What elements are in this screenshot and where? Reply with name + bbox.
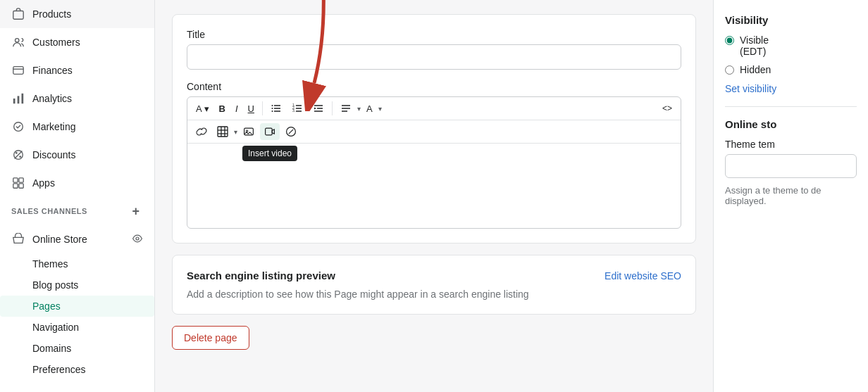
panel-divider bbox=[725, 106, 857, 107]
visible-label: Visible bbox=[740, 34, 769, 46]
seo-card: Search engine listing preview Edit websi… bbox=[172, 255, 696, 315]
svg-rect-0 bbox=[13, 11, 23, 20]
svg-rect-3 bbox=[13, 99, 16, 103]
font-btn[interactable]: A ▾ bbox=[192, 101, 213, 117]
source-btn[interactable]: <> bbox=[658, 101, 676, 116]
italic-btn[interactable]: I bbox=[231, 101, 242, 117]
sidebar-item-customers[interactable]: Customers bbox=[0, 28, 154, 56]
toolbar-row2: ▾ Insert video bbox=[187, 120, 681, 144]
list-unordered-btn[interactable] bbox=[266, 100, 286, 117]
marketing-label: Marketing bbox=[32, 121, 143, 132]
finances-icon bbox=[11, 63, 25, 77]
toolbar-divider-1 bbox=[262, 101, 263, 115]
hidden-radio[interactable] bbox=[725, 65, 734, 75]
sidebar-item-marketing[interactable]: Marketing bbox=[0, 113, 154, 141]
page-form-card: Title Content A ▾ B I U 1.2.3. bbox=[172, 14, 696, 244]
video-btn[interactable] bbox=[260, 123, 280, 140]
main-content: Title Content A ▾ B I U 1.2.3. bbox=[155, 0, 713, 392]
sidebar-item-discounts[interactable]: Discounts bbox=[0, 141, 154, 169]
svg-rect-11 bbox=[19, 184, 23, 188]
visible-radio[interactable] bbox=[725, 36, 734, 45]
title-input[interactable] bbox=[187, 44, 681, 70]
svg-point-18 bbox=[271, 110, 273, 112]
list-ordered-btn[interactable]: 1.2.3. bbox=[287, 100, 307, 117]
panel-note: Assign a te theme to de displayed. bbox=[725, 185, 857, 206]
underline-btn[interactable]: U bbox=[244, 101, 259, 117]
seo-title: Search engine listing preview bbox=[187, 270, 335, 282]
theme-template-input[interactable] bbox=[725, 154, 857, 178]
analytics-icon bbox=[11, 91, 25, 106]
svg-point-1 bbox=[16, 39, 19, 42]
toolbar-divider-2 bbox=[332, 101, 333, 115]
svg-rect-10 bbox=[13, 184, 18, 188]
set-visibility-link[interactable]: Set visibility bbox=[725, 83, 776, 94]
sidebar-item-analytics[interactable]: Analytics bbox=[0, 84, 154, 113]
online-store-panel-title: Online sto bbox=[725, 118, 857, 130]
svg-point-37 bbox=[246, 130, 247, 132]
sidebar-item-apps[interactable]: Apps bbox=[0, 169, 154, 197]
seo-header: Search engine listing preview Edit websi… bbox=[187, 270, 681, 282]
visible-detail: (EDT) bbox=[740, 46, 766, 57]
sidebar-subitem-preferences[interactable]: Preferences bbox=[0, 359, 154, 380]
svg-point-16 bbox=[271, 105, 273, 106]
sidebar-item-products[interactable]: Products bbox=[0, 0, 154, 28]
marketing-icon bbox=[11, 120, 25, 134]
discounts-icon bbox=[11, 148, 25, 162]
delete-page-button[interactable]: Delete page bbox=[172, 326, 249, 350]
box-icon bbox=[11, 7, 25, 21]
visible-option[interactable]: Visible (EDT) bbox=[725, 34, 857, 57]
add-channel-icon[interactable]: + bbox=[129, 204, 143, 218]
online-store-label: Online Store bbox=[32, 234, 125, 245]
sidebar-item-finances[interactable]: Finances bbox=[0, 56, 154, 84]
insert-video-tooltip: Insert video bbox=[242, 146, 297, 161]
svg-point-12 bbox=[136, 237, 139, 240]
align-dropdown-arrow[interactable]: ▾ bbox=[357, 105, 361, 113]
sales-channels-header: SALES CHANNELS + bbox=[0, 197, 154, 225]
svg-text:3.: 3. bbox=[292, 108, 295, 113]
bold-btn[interactable]: B bbox=[215, 101, 230, 117]
indent-btn[interactable] bbox=[309, 100, 328, 117]
customers-label: Customers bbox=[32, 37, 143, 48]
analytics-label: Analytics bbox=[32, 93, 143, 104]
svg-rect-31 bbox=[218, 127, 228, 137]
theme-template-label: Theme tem bbox=[725, 139, 857, 150]
toolbar-row1: A ▾ B I U 1.2.3. ▾ A bbox=[187, 97, 681, 120]
video-btn-container: Insert video bbox=[260, 123, 280, 140]
font-color-btn[interactable]: A bbox=[362, 101, 377, 117]
store-icon bbox=[11, 232, 25, 246]
sidebar-subitem-themes[interactable]: Themes bbox=[0, 253, 154, 274]
svg-rect-4 bbox=[18, 96, 20, 103]
discounts-label: Discounts bbox=[32, 149, 143, 160]
apps-icon bbox=[11, 176, 25, 190]
title-label: Title bbox=[187, 29, 681, 40]
link-btn[interactable] bbox=[192, 123, 211, 140]
sales-channels-label: SALES CHANNELS bbox=[11, 207, 87, 215]
sidebar: Products Customers Finances Analytics Ma… bbox=[0, 0, 155, 392]
eye-icon[interactable] bbox=[132, 233, 143, 246]
content-editor: A ▾ B I U 1.2.3. ▾ A bbox=[187, 96, 681, 229]
products-label: Products bbox=[32, 8, 143, 20]
hidden-option[interactable]: Hidden bbox=[725, 64, 857, 75]
hidden-label: Hidden bbox=[740, 64, 771, 75]
svg-rect-8 bbox=[13, 178, 18, 182]
sidebar-item-online-store[interactable]: Online Store bbox=[0, 225, 154, 253]
apps-label: Apps bbox=[32, 177, 143, 189]
table-btn[interactable] bbox=[213, 123, 232, 140]
sidebar-subitem-navigation[interactable]: Navigation bbox=[0, 317, 154, 338]
visibility-title: Visibility bbox=[725, 14, 857, 26]
finances-label: Finances bbox=[32, 65, 143, 76]
edit-seo-link[interactable]: Edit website SEO bbox=[604, 270, 681, 282]
image-btn[interactable] bbox=[239, 123, 259, 140]
sidebar-subitem-pages[interactable]: Pages bbox=[0, 296, 154, 317]
align-btn[interactable] bbox=[336, 100, 356, 117]
clear-formatting-btn[interactable] bbox=[281, 123, 301, 140]
svg-rect-38 bbox=[266, 128, 273, 135]
customers-icon bbox=[11, 35, 25, 49]
svg-line-40 bbox=[289, 129, 293, 134]
svg-rect-2 bbox=[13, 67, 23, 75]
font-color-dropdown-arrow[interactable]: ▾ bbox=[378, 105, 382, 113]
sidebar-subitem-domains[interactable]: Domains bbox=[0, 338, 154, 359]
table-dropdown-arrow[interactable]: ▾ bbox=[234, 128, 237, 136]
sidebar-subitem-blog-posts[interactable]: Blog posts bbox=[0, 274, 154, 296]
right-panel: Visibility Visible (EDT) Hidden Set visi… bbox=[713, 0, 868, 392]
